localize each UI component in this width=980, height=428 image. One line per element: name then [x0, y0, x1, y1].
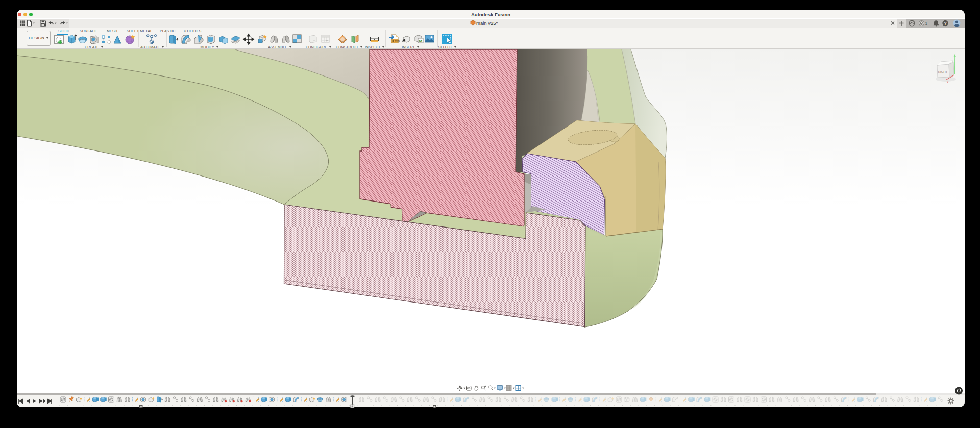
svg-text:SVG: SVG	[395, 40, 400, 43]
svg-text:1: 1	[925, 21, 928, 26]
svg-text:RIGHT: RIGHT	[938, 70, 948, 73]
svg-text:?: ?	[944, 21, 946, 26]
svg-text:M: M	[419, 39, 423, 43]
